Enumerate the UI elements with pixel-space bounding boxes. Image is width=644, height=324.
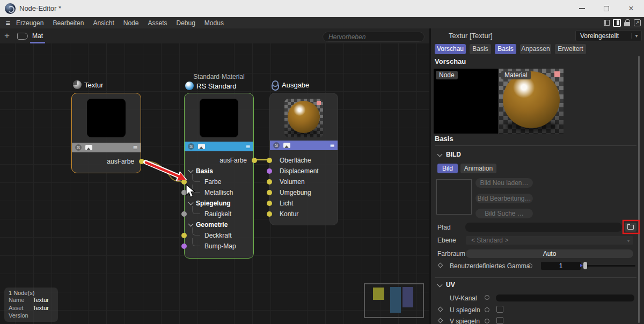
preset-dropdown[interactable]: Voreingestellt ▾ <box>575 30 642 41</box>
search-input[interactable] <box>323 32 425 42</box>
uv-group-heading[interactable]: UV <box>446 281 455 289</box>
node-menu-icon[interactable]: ≡ <box>133 145 137 150</box>
rs-node-toolbar: S ≡ <box>185 142 253 151</box>
uv-kanal-label: UV-Kanal <box>450 294 477 302</box>
tab-basis-1[interactable]: Basis <box>470 44 491 54</box>
input-port-oberflaeche[interactable] <box>267 158 272 163</box>
node-menu-icon[interactable]: ≡ <box>330 143 334 148</box>
panel-right-toggle-icon[interactable] <box>613 19 621 27</box>
edit-image-button[interactable]: Bild Bearbeitung… <box>475 194 533 203</box>
preview-image-icon[interactable] <box>198 144 205 149</box>
input-port-rauigkeit[interactable] <box>181 211 187 217</box>
tab-erweitert[interactable]: Erweitert <box>555 44 586 54</box>
ebene-dropdown[interactable]: < Standard > ▾ <box>466 236 633 245</box>
input-port-farbe[interactable] <box>181 179 187 185</box>
menu-node[interactable]: Node <box>123 19 139 27</box>
lock-icon[interactable] <box>623 19 631 27</box>
tree-elbow <box>192 174 200 182</box>
menu-modus[interactable]: Modus <box>204 19 224 27</box>
solo-icon[interactable]: S <box>273 142 280 149</box>
input-port-kontur[interactable] <box>267 211 272 217</box>
panel-left-toggle-icon[interactable] <box>603 19 611 27</box>
bild-group-heading[interactable]: BILD <box>446 151 461 158</box>
close-button[interactable]: × <box>621 0 641 17</box>
menu-bearbeiten[interactable]: Bearbeiten <box>53 19 84 27</box>
material-preview-badge: Material <box>501 71 531 79</box>
browse-path-button[interactable] <box>625 223 636 232</box>
info-row: Name Textur <box>9 296 54 304</box>
open-external-icon[interactable]: ↗ <box>633 19 641 27</box>
preview-image-icon[interactable] <box>85 145 92 150</box>
maximize-button[interactable] <box>597 0 616 17</box>
v-spiegeln-label: V spiegeln <box>450 318 480 324</box>
node-editor-window: Node-Editor * × ≡ Erzeugen Bearbeiten An… <box>0 0 644 324</box>
tab-vorschau[interactable]: Vorschau <box>435 44 466 54</box>
ebene-label: Ebene <box>437 237 456 244</box>
menu-assets[interactable]: Assets <box>148 19 167 27</box>
navigator-minimap[interactable] <box>364 283 424 318</box>
farbraum-button[interactable]: Auto <box>466 249 633 258</box>
u-spiegeln-checkbox[interactable] <box>496 306 503 313</box>
minimize-button[interactable] <box>572 0 591 17</box>
gamma-slider-handle[interactable] <box>583 262 587 269</box>
uv-kanal-input[interactable] <box>496 294 634 301</box>
search-image-button[interactable]: Bild Suche … <box>475 209 533 218</box>
port-label: Volumen <box>280 178 305 186</box>
input-port-bump-map[interactable] <box>181 244 187 249</box>
gamma-value-input[interactable] <box>541 262 581 270</box>
output-port-ausfarbe[interactable] <box>139 159 144 164</box>
panel-title: Textur [Textur] <box>449 32 493 40</box>
animation-ring-icon[interactable] <box>485 307 489 312</box>
node-menu-icon[interactable]: ≡ <box>246 144 250 149</box>
textur-node-header[interactable]: Textur <box>73 80 103 89</box>
mode-tab-animation[interactable]: Animation <box>460 164 496 173</box>
menu-ansicht[interactable]: Ansicht <box>93 19 114 27</box>
port-label: ausFarbe <box>219 157 247 164</box>
output-port-ausfarbe[interactable] <box>252 158 257 163</box>
menu-debug[interactable]: Debug <box>176 19 195 27</box>
ausgabe-node-header[interactable]: Ausgabe <box>270 80 309 89</box>
panel-scrollbar[interactable] <box>638 56 640 323</box>
preview-image-icon[interactable] <box>283 143 290 148</box>
reload-image-button[interactable]: Bild Neu laden… <box>475 178 533 188</box>
input-port-umgebung[interactable] <box>267 190 272 195</box>
animation-ring-icon[interactable] <box>485 319 489 323</box>
rs-node-title: RS Standard <box>196 82 236 90</box>
hamburger-menu-icon[interactable]: ≡ <box>0 18 16 27</box>
add-tab-icon[interactable]: + <box>4 31 10 41</box>
gamma-slider-track[interactable] <box>585 265 635 267</box>
port-label: Oberfläche <box>280 157 311 164</box>
animation-ring-icon[interactable] <box>485 295 489 300</box>
input-port-displacement[interactable] <box>267 168 272 174</box>
animation-ring-icon[interactable] <box>528 263 532 268</box>
material-sphere-icon <box>185 82 194 90</box>
tree-elbow <box>192 185 200 193</box>
material-ball <box>503 71 560 128</box>
pfad-input[interactable] <box>465 223 622 232</box>
group-label: Spiegelung <box>196 200 231 207</box>
solo-icon[interactable]: S <box>188 143 194 150</box>
tab-mat[interactable]: Mat <box>29 31 46 41</box>
menu-erzeugen[interactable]: Erzeugen <box>16 19 43 27</box>
textur-node-title: Textur <box>84 81 103 89</box>
node-ausgabe[interactable]: S ≡ Oberfläche Displacement Volumen Umge… <box>269 93 338 225</box>
input-port-deckkraft[interactable] <box>181 233 187 238</box>
node-rs-standard[interactable]: S ≡ ausFarbe Basis Farbe Metallisch <box>184 93 254 259</box>
input-port-volumen[interactable] <box>267 179 272 185</box>
node-textur[interactable]: S ≡ ausFarbe <box>71 93 141 173</box>
tree-elbow <box>192 206 200 214</box>
v-spiegeln-checkbox[interactable] <box>496 317 503 324</box>
material-preview-box[interactable]: Material <box>499 69 564 134</box>
node-tag-icon[interactable] <box>17 33 28 40</box>
node-preview-box[interactable]: Node <box>434 69 498 134</box>
solo-icon[interactable]: S <box>75 144 82 151</box>
input-port-metallisch[interactable] <box>181 190 187 195</box>
tab-basis-2[interactable]: Basis <box>495 44 516 54</box>
tab-anpassen[interactable]: Anpassen <box>520 44 551 54</box>
port-row-bump-map: Bump-Map <box>185 241 253 252</box>
farbraum-label: Farbraum <box>437 250 465 257</box>
image-thumbnail[interactable] <box>436 179 472 215</box>
rs-node-header[interactable]: RS Standard <box>185 82 236 90</box>
input-port-licht[interactable] <box>267 201 272 206</box>
mode-tab-bild[interactable]: Bild <box>437 164 458 173</box>
